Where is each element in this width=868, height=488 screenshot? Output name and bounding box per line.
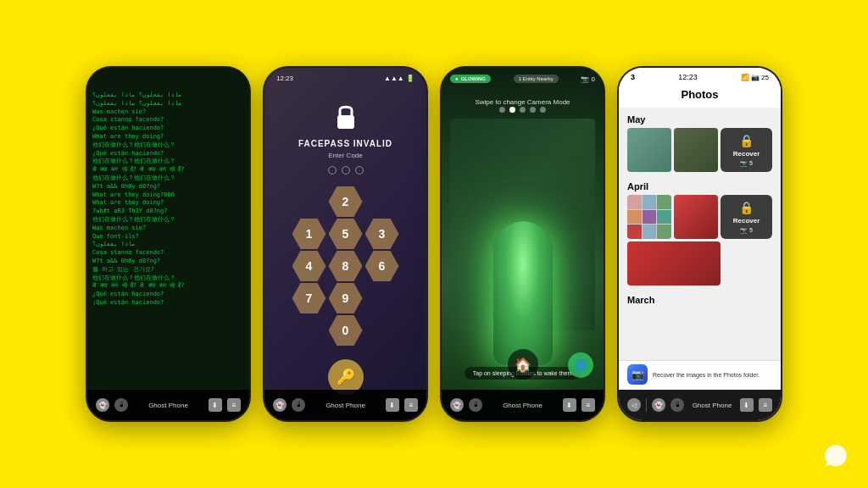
photo-grid-mini	[627, 195, 671, 239]
camera-dot-1	[499, 107, 505, 113]
key-1[interactable]: 1	[292, 219, 326, 249]
may-recover-box[interactable]: 🔒 Recover 📷 5	[721, 128, 772, 172]
april-recover-box[interactable]: 🔒 Recover 📷 5	[721, 195, 772, 239]
mini-8	[643, 225, 657, 239]
photos-scroll-area[interactable]: May 🔒 Recover 📷 5 April	[619, 108, 781, 384]
phone2-left-icons: 👻 📱	[273, 398, 305, 412]
lock-icon-april: 🔒	[739, 201, 754, 214]
april-recover-count: 📷 5	[740, 227, 753, 234]
ghost-figure	[493, 221, 553, 365]
mini-5	[643, 210, 657, 225]
hex-keypad: 2 1 5 3 4 8 6 7 9	[292, 186, 399, 346]
key-9-center[interactable]: 9	[329, 283, 363, 313]
key-8[interactable]: 8	[329, 251, 363, 281]
menu-icon-2[interactable]: ≡	[404, 398, 418, 412]
terminal-text: ماذا يفعلون؟ ماذا يفعلون؟ ماذا يفعلون؟ م…	[92, 92, 244, 308]
phone4-signal: 📶	[741, 74, 749, 81]
phone3-screen: ● GLOWING 1 Entity Nearby 📷 0 Swipe to c…	[442, 68, 604, 420]
hint-text: Recover the images in the Photos folder.	[653, 372, 760, 378]
phone4-snap-count: 📷 25	[751, 74, 769, 81]
menu-icon-4[interactable]: ≡	[759, 398, 772, 412]
download-icon-2[interactable]: ⬇	[386, 398, 399, 412]
key-6[interactable]: 6	[365, 251, 399, 281]
snapchat-logo	[822, 443, 849, 476]
facepass-title: FACEPASS INVALID	[298, 139, 392, 148]
camera-dot-5	[540, 107, 546, 113]
phone4-time: 12:23	[678, 73, 698, 81]
camera-dot-2	[509, 107, 515, 113]
phone1-right-icons: ⬇ ≡	[209, 398, 241, 412]
hint-icon: 📷	[627, 364, 648, 385]
download-icon[interactable]: ⬇	[209, 398, 222, 412]
snapchat-icon-3[interactable]: 👻	[450, 398, 464, 412]
key-0[interactable]: 0	[329, 315, 363, 346]
camera-dot-4	[530, 107, 536, 113]
mini-7	[627, 225, 642, 239]
may-photo-1	[627, 128, 671, 172]
strawberry-photo	[627, 241, 721, 286]
ghost-phone-icon-2[interactable]: 📱	[292, 398, 305, 412]
month-label-march: March	[627, 288, 772, 308]
ar-home-btn-container: 🏠	[508, 349, 538, 380]
mini-2	[643, 195, 657, 209]
code-dots	[328, 166, 364, 175]
phone-1: ماذا يفعلون؟ ماذا يفعلون؟ ماذا يفعلون؟ م…	[86, 66, 251, 422]
may-photo-row: 🔒 Recover 📷 5	[627, 128, 772, 172]
svg-rect-0	[337, 115, 354, 129]
phones-container: ماذا يفعلون؟ ماذا يفعلون؟ ماذا يفعلون؟ م…	[60, 49, 808, 439]
photos-title: Photos	[619, 85, 781, 108]
snapchat-icon-2[interactable]: 👻	[273, 398, 287, 412]
phone3-bottom-bar: 👻 📱 Ghost Phone ⬇ ≡	[442, 390, 604, 420]
back-icon[interactable]: ◁	[627, 398, 641, 412]
home-button[interactable]: 🏠	[508, 349, 538, 380]
entity-wake-btn[interactable]: 🌀	[568, 352, 593, 378]
may-recover-count: 📷 5	[740, 160, 753, 167]
phone3-right-icons: ⬇ ≡	[563, 398, 595, 412]
glowing-badge: ● GLOWING	[450, 75, 491, 83]
entity-icon[interactable]: 🌀	[568, 352, 593, 378]
enter-code-label: Enter Code	[328, 152, 362, 159]
mini-3	[657, 195, 671, 209]
divider	[646, 398, 647, 412]
key-2[interactable]: 2	[329, 186, 363, 217]
may-photo-2	[674, 128, 718, 172]
entity-badge: 1 Entity Nearby	[514, 75, 559, 83]
phone4-right-icons: ⬇ ≡	[740, 398, 772, 412]
key-4[interactable]: 4	[292, 251, 326, 281]
recover-hint-bar: 📷 Recover the images in the Photos folde…	[619, 360, 781, 388]
menu-icon[interactable]: ≡	[227, 398, 241, 412]
april-photo-row: 🔒 Recover 📷 5	[627, 195, 772, 239]
swipe-text: Swipe to change Camera Mode	[442, 98, 604, 106]
lock-icon-may: 🔒	[739, 134, 754, 147]
ghost-phone-icon-3[interactable]: 📱	[469, 398, 482, 412]
phone4-left-icons: ◁ 👻 📱	[627, 398, 684, 412]
mini-4	[627, 210, 642, 225]
download-icon-3[interactable]: ⬇	[563, 398, 576, 412]
phone2-screen: 12:23 ▲▲▲ 🔋 FACEPASS INVALID Enter Code	[264, 68, 426, 420]
phone-3: ● GLOWING 1 Entity Nearby 📷 0 Swipe to c…	[440, 66, 605, 422]
camera-mode-dots	[442, 107, 604, 113]
phone-2: 12:23 ▲▲▲ 🔋 FACEPASS INVALID Enter Code	[263, 66, 428, 422]
phone4-status-bar: 3 12:23 📶 📷 25	[619, 68, 781, 85]
code-dot-1	[328, 166, 337, 175]
lock-icon	[331, 102, 361, 132]
key-3[interactable]: 3	[365, 219, 399, 249]
phone4-screen: 3 12:23 📶 📷 25 Photos May 🔒 Recover	[619, 68, 781, 420]
ghost-phone-icon[interactable]: 📱	[114, 398, 128, 412]
april-photo-2	[674, 195, 718, 239]
phone2-content: FACEPASS INVALID Enter Code 2 1	[264, 68, 426, 420]
ghost-phone-icon-4[interactable]: 📱	[670, 398, 684, 412]
phone4-status-icons: 📶 📷 25	[741, 74, 769, 81]
phone2-app-label: Ghost Phone	[326, 402, 365, 409]
key-5[interactable]: 5	[329, 219, 363, 249]
snapchat-icon-4[interactable]: 👻	[652, 398, 665, 412]
key-7[interactable]: 7	[292, 283, 326, 313]
phone1-screen: ماذا يفعلون؟ ماذا يفعلون؟ ماذا يفعلون؟ م…	[87, 68, 249, 420]
menu-icon-3[interactable]: ≡	[581, 398, 595, 412]
phone2-right-icons: ⬇ ≡	[386, 398, 418, 412]
phone2-bottom-bar: 👻 📱 Ghost Phone ⬇ ≡	[264, 390, 426, 420]
download-icon-4[interactable]: ⬇	[740, 398, 754, 412]
mini-1	[627, 195, 642, 209]
snapchat-icon[interactable]: 👻	[96, 398, 109, 412]
phone1-app-label: Ghost Phone	[148, 402, 188, 409]
